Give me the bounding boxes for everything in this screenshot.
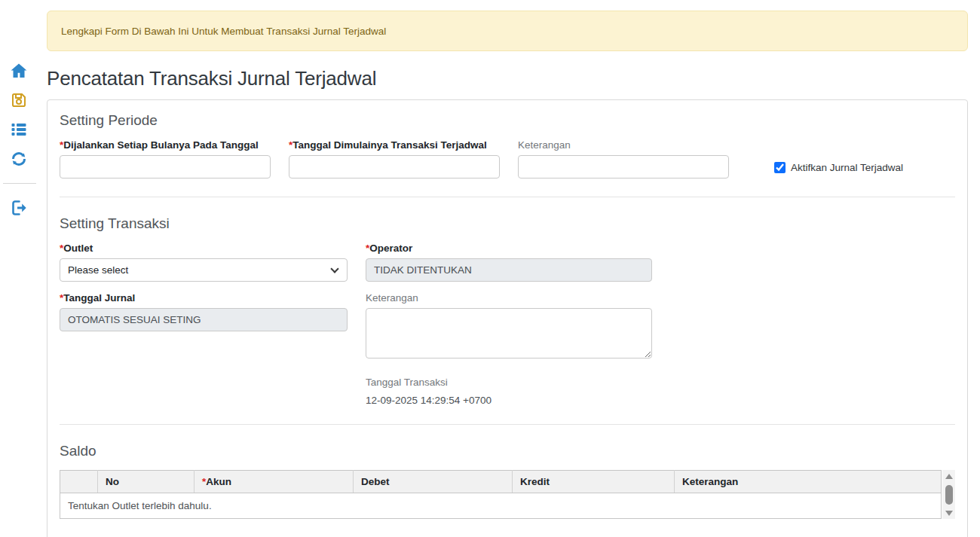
tanggal-jurnal-input — [60, 308, 348, 331]
saldo-table: No *Akun Debet Kredit Keterangan Tentuka… — [60, 470, 942, 519]
section-title-saldo: Saldo — [60, 443, 955, 459]
home-button[interactable] — [10, 62, 28, 80]
col-header-no: No — [98, 471, 194, 493]
outlet-label: *Outlet — [60, 243, 348, 254]
field-outlet: *Outlet Please select — [60, 243, 348, 282]
list-icon — [10, 121, 28, 139]
form-card: Setting Periode *Dijalankan Setiap Bulan… — [47, 99, 968, 537]
section-title-setting-periode: Setting Periode — [60, 112, 955, 129]
page-title: Pencatatan Transaksi Jurnal Terjadwal — [47, 67, 968, 90]
activate-schedule-checkbox[interactable] — [774, 162, 786, 173]
scroll-up-icon — [945, 474, 953, 479]
sync-icon — [10, 150, 28, 168]
info-banner: Lengkapi Form Di Bawah Ini Untuk Membuat… — [47, 11, 968, 51]
col-header-keterangan: Keterangan — [675, 471, 942, 493]
field-run-day: *Dijalankan Setiap Bulanya Pada Tanggal — [60, 139, 271, 178]
field-tanggal-jurnal: *Tanggal Jurnal — [60, 292, 348, 331]
section-setting-transaksi: Setting Transaksi *Outlet Please select … — [60, 215, 955, 406]
home-icon — [10, 62, 28, 80]
scrollbar-thumb[interactable] — [945, 485, 953, 505]
outlet-select[interactable]: Please select — [60, 258, 348, 282]
scroll-down-button[interactable] — [945, 510, 954, 516]
saldo-empty-row: Tentukan Outlet terlebih dahulu. — [60, 493, 942, 519]
transaksi-note-label: Keterangan — [366, 292, 652, 304]
periode-note-label: Keterangan — [518, 139, 729, 151]
page: Lengkapi Form Di Bawah Ini Untuk Membuat… — [0, 0, 980, 537]
section-divider — [60, 197, 955, 197]
section-saldo: Saldo No *Akun Debet — [60, 443, 955, 519]
field-operator: *Operator — [366, 243, 652, 282]
section-divider — [60, 424, 955, 425]
operator-label: *Operator — [366, 243, 652, 254]
start-date-input[interactable] — [289, 155, 500, 178]
field-periode-note: Keterangan — [518, 139, 729, 178]
col-header-akun: *Akun — [194, 471, 354, 493]
operator-input — [366, 258, 652, 282]
section-title-setting-transaksi: Setting Transaksi — [60, 215, 955, 232]
save-button[interactable] — [10, 91, 28, 109]
scroll-up-button[interactable] — [945, 473, 954, 479]
sign-out-icon — [10, 199, 28, 217]
saldo-header-row: No *Akun Debet Kredit Keterangan — [60, 471, 942, 493]
table-scrollbar[interactable] — [942, 470, 955, 519]
tanggal-jurnal-label: *Tanggal Jurnal — [60, 292, 348, 304]
section-setting-periode: Setting Periode *Dijalankan Setiap Bulan… — [60, 112, 955, 178]
main-content: Lengkapi Form Di Bawah Ini Untuk Membuat… — [47, 0, 980, 537]
logout-button[interactable] — [10, 199, 28, 217]
run-day-label: *Dijalankan Setiap Bulanya Pada Tanggal — [60, 139, 271, 151]
field-tanggal-transaksi: Tanggal Transaksi 12-09-2025 14:29:54 +0… — [366, 377, 652, 406]
refresh-button[interactable] — [10, 150, 28, 168]
periode-note-input[interactable] — [518, 155, 729, 178]
info-banner-text: Lengkapi Form Di Bawah Ini Untuk Membuat… — [61, 26, 386, 37]
tanggal-transaksi-label: Tanggal Transaksi — [366, 377, 652, 388]
scroll-down-icon — [945, 511, 953, 516]
activate-schedule-label[interactable]: Aktifkan Jurnal Terjadwal — [791, 162, 903, 173]
sidebar-divider — [3, 183, 36, 184]
field-transaksi-note: Keterangan — [366, 292, 652, 362]
save-icon — [10, 91, 28, 109]
saldo-table-container: No *Akun Debet Kredit Keterangan Tentuka… — [60, 470, 955, 519]
col-header-debet: Debet — [354, 471, 513, 493]
field-activate-schedule: Aktifkan Jurnal Terjadwal — [774, 139, 903, 173]
tanggal-transaksi-value: 12-09-2025 14:29:54 +0700 — [366, 395, 652, 406]
col-header-rowhandle — [60, 471, 98, 493]
sidebar — [0, 0, 47, 537]
start-date-label: *Tanggal Dimulainya Transaksi Terjadwal — [289, 139, 500, 151]
transaksi-note-textarea[interactable] — [366, 308, 652, 359]
saldo-empty-message: Tentukan Outlet terlebih dahulu. — [60, 493, 942, 519]
list-button[interactable] — [10, 121, 28, 139]
col-header-kredit: Kredit — [513, 471, 675, 493]
run-day-input[interactable] — [60, 155, 271, 178]
field-start-date: *Tanggal Dimulainya Transaksi Terjadwal — [289, 139, 500, 178]
